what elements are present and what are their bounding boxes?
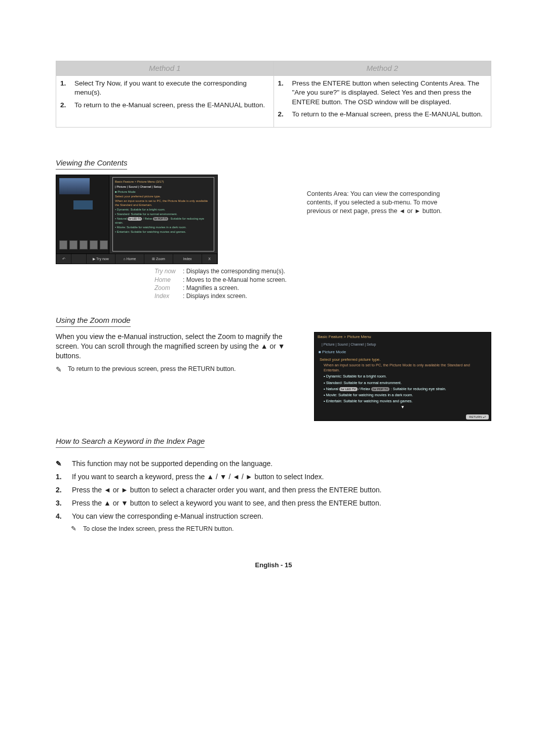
m2-step2-num: 2.	[278, 110, 287, 119]
m2-step1: Press the ENTERE button when selecting C…	[292, 79, 487, 107]
section-search: How to Search a Keyword in the Index Pag…	[56, 436, 205, 448]
shot-bullet: • Movie: Suitable for watching movies in…	[115, 225, 212, 229]
back-button[interactable]: ↶	[56, 254, 71, 264]
zoom-shot-bullet: • Natural for LED TV / Relax for PDP TV …	[324, 387, 486, 392]
shot-mode: ■ Picture Mode	[115, 190, 212, 194]
legend-home-val: : Moves to the e-Manual home screen.	[183, 276, 287, 284]
page-footer: English - 15	[56, 561, 491, 570]
search-step4: You can view the corresponding e-Manual …	[72, 512, 263, 521]
method-table: Method 1 Method 2 1. Select Try Now, if …	[56, 61, 491, 128]
pdp-badge: for PDP TV	[153, 217, 168, 221]
step-num: 4.	[56, 512, 67, 521]
method2-cell: 1. Press the ENTERE button when selectin…	[274, 76, 491, 128]
section-viewing: Viewing the Contents	[56, 158, 127, 170]
zoom-shot-desc: Select your preferred picture type.	[320, 357, 486, 363]
method1-cell: 1. Select Try Now, if you want to execut…	[56, 76, 274, 128]
method1-header: Method 1	[56, 61, 274, 76]
m1-step2: To return to the e-Manual screen, press …	[74, 101, 269, 110]
emanual-sidebar	[56, 175, 109, 254]
method2-header: Method 2	[274, 61, 491, 76]
m1-step1: Select Try Now, if you want to execute t…	[74, 79, 269, 97]
zoom-shot-title: Basic Feature > Picture Menu	[315, 332, 491, 342]
legend: Try now: Displays the corresponding menu…	[154, 267, 287, 300]
search-step2: Press the ◄ or ► button to select a char…	[72, 485, 381, 495]
thumbnail-image	[59, 178, 90, 194]
shot-tabs: | Picture | Sound | Channel | Setup	[115, 185, 212, 189]
step-num: 3.	[56, 498, 67, 508]
emanual-bottom-bar: ↶ ▶ Try now ⌂ Home ⊞ Zoom Index X	[56, 254, 217, 264]
legend-trynow-key: Try now	[154, 267, 179, 275]
home-button[interactable]: ⌂ Home	[115, 254, 144, 264]
zoom-paragraph: When you view the e-Manual instruction, …	[56, 332, 301, 361]
legend-index-key: Index	[154, 292, 179, 300]
sidebar-icon	[100, 240, 108, 249]
try-now-button[interactable]: ▶ Try now	[87, 254, 115, 264]
step-num: 2.	[56, 485, 67, 495]
legend-zoom-val: : Magnifies a screen.	[183, 284, 239, 292]
note-bullet-icon: ✎	[56, 365, 63, 374]
shot-bullet: • Entertain: Suitable for watching movie…	[115, 230, 212, 234]
legend-trynow-val: : Displays the corresponding menu(s).	[183, 267, 285, 275]
emanual-content-area: Basic Feature > Picture Menu (3/17) | Pi…	[112, 177, 214, 251]
m2-step1-num: 1.	[278, 79, 287, 107]
shot-bullet: • Standard: Suitable for a normal enviro…	[115, 212, 212, 216]
legend-zoom-key: Zoom	[154, 284, 179, 292]
shot-bullet: • Natural for LED TV / Relax for PDP TV …	[115, 217, 212, 225]
zoom-shot-mode: ■ Picture Mode	[315, 348, 491, 357]
zoom-return-note: To return to the previous screen, press …	[68, 365, 236, 374]
legend-index-val: : Displays index screen.	[183, 292, 247, 300]
zoom-button[interactable]: ⊞ Zoom	[144, 254, 173, 264]
m2-step2: To return to the e-Manual screen, press …	[292, 110, 487, 119]
m1-step1-num: 1.	[60, 79, 69, 97]
zoom-screenshot: Basic Feature > Picture Menu | Picture |…	[314, 332, 491, 421]
search-note: This function may not be supported depen…	[72, 459, 272, 469]
search-close-note: To close the Index screen, press the RET…	[83, 525, 233, 533]
breadcrumb: Basic Feature > Picture Menu (3/17)	[115, 180, 212, 184]
shot-desc: Select your preferred picture type.	[115, 194, 212, 198]
step-num: 1.	[56, 472, 67, 482]
close-button[interactable]: X	[202, 254, 217, 264]
shot-cond: When an input source is set to PC, the P…	[115, 199, 212, 207]
zoom-shot-bullet: • Standard: Suitable for a normal enviro…	[324, 381, 486, 386]
zoom-shot-tabs: | Picture | Sound | Channel | Setup	[315, 342, 491, 348]
search-step1: If you want to search a keyword, press t…	[72, 472, 324, 482]
zoom-shot-bullet: • Dynamic: Suitable for a bright room.	[324, 374, 486, 379]
note-bullet-icon: ✎	[71, 525, 78, 533]
zoom-shot-cond: When an input source is set to PC, the P…	[324, 363, 486, 373]
legend-home-key: Home	[154, 276, 179, 284]
return-badge[interactable]: RETURN ⮐	[466, 414, 489, 419]
section-zoom: Using the Zoom mode	[56, 315, 131, 327]
led-badge: for LED TV	[128, 217, 142, 221]
shot-bullet: • Dynamic: Suitable for a bright room.	[115, 207, 212, 212]
led-badge: for LED TV	[339, 387, 358, 391]
search-keyword-steps: ✎ This function may not be supported dep…	[56, 459, 491, 533]
index-button[interactable]: Index	[173, 254, 202, 264]
pdp-badge: for PDP TV	[371, 387, 389, 391]
sidebar-icon	[69, 240, 77, 249]
zoom-shot-bullet: • Movie: Suitable for watching movies in…	[324, 393, 486, 398]
search-step3: Press the ▲ or ▼ button to select a keyw…	[72, 498, 381, 508]
emanual-screenshot: Basic Feature > Picture Menu (3/17) | Pi…	[56, 175, 218, 264]
zoom-shot-bullet: • Entertain: Suitable for watching movie…	[324, 399, 486, 404]
thumbnail-image	[73, 200, 93, 209]
sidebar-icon	[59, 240, 67, 249]
note-bullet-icon: ✎	[56, 459, 67, 469]
m1-step2-num: 2.	[60, 101, 69, 110]
contents-area-description: Contents Area: You can view the correspo…	[307, 175, 459, 216]
sidebar-icon	[90, 240, 98, 249]
sidebar-icon	[80, 240, 88, 249]
